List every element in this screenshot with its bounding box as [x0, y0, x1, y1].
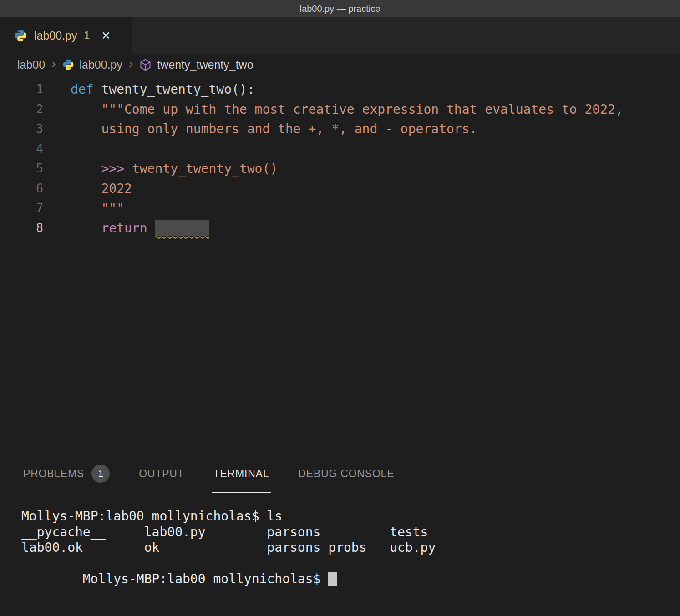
tab-problems[interactable]: PROBLEMS 1	[21, 454, 112, 493]
tab-terminal[interactable]: TERMINAL	[212, 454, 271, 493]
terminal-line: lab00.ok ok parsons_probs ucb.py	[21, 540, 680, 556]
breadcrumb-file[interactable]: lab00.py	[80, 58, 123, 71]
terminal-line: Mollys-MBP:lab00 mollynicholas$ ls	[21, 509, 680, 525]
code-text: return	[71, 218, 209, 238]
line-number: 2	[0, 100, 43, 120]
selected-text-with-warning-squiggle[interactable]	[155, 220, 209, 236]
window-title: lab00.py — practice	[300, 4, 381, 14]
python-icon	[62, 59, 74, 71]
editor[interactable]: 1def twenty_twenty_two():2 """Come up wi…	[0, 76, 680, 454]
code-text: """Come up with the most creative expres…	[71, 100, 623, 120]
tab-output[interactable]: OUTPUT	[137, 454, 186, 493]
line-number: 7	[0, 198, 43, 218]
editor-tab-lab00[interactable]: lab00.py 1 ✕	[0, 17, 132, 54]
breadcrumb: lab00 › lab00.py › twenty_twenty_two	[0, 54, 680, 76]
line-number: 3	[0, 119, 43, 139]
line-number: 8	[0, 218, 43, 238]
code-line[interactable]: 6 2022	[0, 179, 680, 199]
code-line[interactable]: 7 """	[0, 198, 680, 218]
tab-output-label: OUTPUT	[139, 468, 184, 480]
tab-problems-label: PROBLEMS	[23, 468, 84, 480]
close-icon[interactable]: ✕	[101, 29, 111, 42]
code-line[interactable]: 5 >>> twenty_twenty_two()	[0, 159, 680, 179]
line-number: 5	[0, 159, 43, 179]
bottom-panel: PROBLEMS 1 OUTPUT TERMINAL DEBUG CONSOLE…	[0, 454, 680, 616]
terminal-prompt: Mollys-MBP:lab00 mollynicholas$	[83, 571, 328, 586]
code-line[interactable]: 8 return	[0, 218, 680, 238]
vscode-window: lab00.py — practice lab00.py 1 ✕ lab00 ›…	[0, 0, 680, 616]
code-text: >>> twenty_twenty_two()	[71, 159, 278, 179]
line-number: 4	[0, 139, 43, 159]
chevron-right-icon: ›	[51, 57, 56, 72]
terminal-output[interactable]: Mollys-MBP:lab00 mollynicholas$ ls __pyc…	[0, 493, 680, 603]
code-text: using only numbers and the +, *, and - o…	[71, 119, 477, 139]
line-number: 6	[0, 179, 43, 199]
tab-debug-console-label: DEBUG CONSOLE	[298, 468, 394, 480]
code-line[interactable]: 2 """Come up with the most creative expr…	[0, 100, 680, 120]
code-text: 2022	[71, 179, 132, 199]
titlebar: lab00.py — practice	[0, 0, 680, 17]
chevron-right-icon: ›	[128, 57, 134, 72]
tab-filename: lab00.py	[34, 29, 77, 42]
terminal-cursor[interactable]	[328, 572, 337, 586]
code-text: def twenty_twenty_two():	[71, 80, 255, 100]
panel-tab-bar: PROBLEMS 1 OUTPUT TERMINAL DEBUG CONSOLE	[0, 454, 680, 493]
code-text: """	[71, 198, 124, 218]
code-line[interactable]: 3 using only numbers and the +, *, and -…	[0, 119, 680, 139]
python-icon	[14, 29, 27, 42]
breadcrumb-folder[interactable]: lab00	[17, 58, 45, 71]
terminal-prompt-line: Mollys-MBP:lab00 mollynicholas$	[21, 556, 680, 603]
problems-count-badge: 1	[91, 465, 110, 483]
symbol-cube-icon	[139, 59, 152, 71]
line-number: 1	[0, 80, 43, 100]
tab-terminal-label: TERMINAL	[213, 468, 269, 480]
tab-problem-count: 1	[84, 30, 90, 42]
tab-bar: lab00.py 1 ✕	[0, 17, 680, 54]
tab-debug-console[interactable]: DEBUG CONSOLE	[296, 454, 396, 493]
terminal-line: __pycache__ lab00.py parsons tests	[21, 525, 680, 540]
breadcrumb-symbol[interactable]: twenty_twenty_two	[157, 58, 253, 71]
code-line[interactable]: 1def twenty_twenty_two():	[0, 80, 680, 100]
code-line[interactable]: 4	[0, 139, 680, 159]
